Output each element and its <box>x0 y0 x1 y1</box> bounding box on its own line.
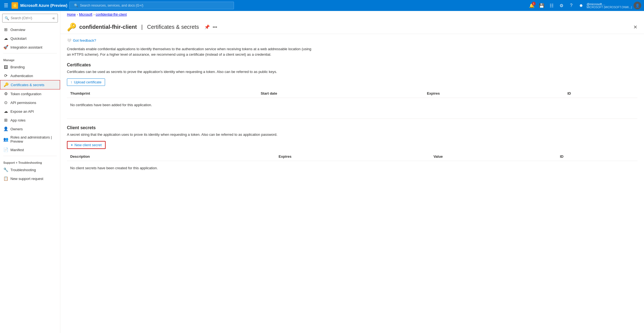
sidebar-item-label: API permissions <box>10 101 36 105</box>
cloud-shell-icon[interactable]: 💾 <box>537 1 546 10</box>
app-title: Microsoft Azure (Preview) <box>20 3 67 8</box>
more-options-icon[interactable]: ••• <box>213 25 217 30</box>
user-avatar: 👤 <box>634 2 641 9</box>
close-icon[interactable]: ✕ <box>633 24 637 30</box>
col-start-date: Start date <box>257 89 423 98</box>
sidebar-item-app-roles[interactable]: ⊞ App roles <box>0 116 60 125</box>
sidebar-item-troubleshooting[interactable]: 🔧 Troubleshooting <box>0 165 60 174</box>
col-id-secret: ID <box>557 152 637 161</box>
manage-section-label: Manage <box>0 55 60 63</box>
manifest-icon: 📄 <box>3 147 8 152</box>
sidebar-item-label: Manifest <box>10 148 24 152</box>
global-search[interactable]: 🔍 Search resources, services, and docs (… <box>69 2 234 9</box>
page-header-title: confidential-fhir-client <box>79 24 137 30</box>
sidebar-item-manifest[interactable]: 📄 Manifest <box>0 145 60 154</box>
sidebar-item-label: Integration assistant <box>10 45 42 49</box>
plus-icon: + <box>71 143 73 147</box>
help-icon[interactable]: ? <box>567 1 576 10</box>
settings-icon[interactable]: ⚙ <box>557 1 566 10</box>
sidebar-item-label: Token configuration <box>10 92 41 96</box>
breadcrumb-sep1: › <box>77 13 78 16</box>
quickstart-icon: ☁ <box>3 36 8 41</box>
sidebar-item-new-support[interactable]: 📋 New support request <box>0 174 60 183</box>
breadcrumb-microsoft[interactable]: Microsoft <box>79 13 92 16</box>
new-client-secret-button[interactable]: + New client secret <box>67 141 106 149</box>
new-support-icon: 📋 <box>3 176 8 181</box>
sidebar-search-input[interactable] <box>11 16 50 20</box>
app-body: 🔍 « ⊞ Overview ☁ Quickstart 🚀 Integratio… <box>0 11 644 333</box>
breadcrumb-home[interactable]: Home <box>67 13 76 16</box>
expose-api-icon: ☁ <box>3 109 8 114</box>
client-secrets-title: Client secrets <box>67 125 637 130</box>
certificates-title: Certificates <box>67 63 637 67</box>
support-section-label: Support + Troubleshooting <box>0 158 60 165</box>
pin-icon[interactable]: 📌 <box>204 24 210 30</box>
user-tenant: MICROSOFT (MICROSOFT.ONMI...) <box>587 6 632 9</box>
sidebar-item-quickstart[interactable]: ☁ Quickstart <box>0 34 60 43</box>
upload-icon: ↑ <box>70 80 72 84</box>
sidebar-item-token[interactable]: ⚙ Token configuration <box>0 89 60 98</box>
sidebar-item-certificates[interactable]: 🔑 Certificates & secrets <box>0 80 60 89</box>
sidebar-item-label: Troubleshooting <box>10 168 36 172</box>
col-expires-secret: Expires <box>275 152 430 161</box>
page-header: 🔑 confidential-fhir-client | Certificate… <box>60 18 644 34</box>
main-content: Home › Microsoft › confidential-fhir-cli… <box>60 11 644 333</box>
sidebar-item-authentication[interactable]: ⟳ Authentication <box>0 71 60 80</box>
app-roles-icon: ⊞ <box>3 118 8 123</box>
sidebar-item-integration[interactable]: 🚀 Integration assistant <box>0 43 60 52</box>
sidebar-search-icon: 🔍 <box>5 16 9 20</box>
notifications-icon[interactable]: 🔔 1 <box>527 1 536 10</box>
notification-badge: 1 <box>532 2 536 5</box>
certificates-description: Certificates can be used as secrets to p… <box>67 69 314 75</box>
portal-menu-icon[interactable]: ☷ <box>547 1 556 10</box>
search-placeholder: Search resources, services, and docs (G+… <box>80 4 143 7</box>
sidebar-item-label: Quickstart <box>10 36 27 41</box>
section-divider <box>67 118 637 119</box>
sidebar-item-label: Owners <box>10 127 23 131</box>
sidebar-item-label: Expose an API <box>10 109 34 114</box>
sidebar-item-label: Certificates & secrets <box>11 83 44 87</box>
roles-admin-icon: 👥 <box>3 137 8 142</box>
col-value: Value <box>430 152 557 161</box>
client-secrets-description: A secret string that the application use… <box>67 132 314 137</box>
topbar-icons: 🔔 1 💾 ☷ ⚙ ? ☻ @microsoft.... MICROSOFT (… <box>527 1 641 10</box>
sidebar-item-roles-admin[interactable]: 👥 Roles and administrators | Preview <box>0 133 60 145</box>
sidebar-item-overview[interactable]: ⊞ Overview <box>0 25 60 34</box>
sidebar-item-owners[interactable]: 👤 Owners <box>0 125 60 133</box>
topbar: ☰ 🌟 Microsoft Azure (Preview) 🔍 Search r… <box>0 0 644 11</box>
sidebar-search-container[interactable]: 🔍 « <box>2 14 58 22</box>
heart-icon: 🤍 <box>67 38 71 43</box>
sidebar-item-label: App roles <box>10 118 26 122</box>
col-id-cert: ID <box>564 89 637 98</box>
client-secrets-table: Description Expires Value ID No client s… <box>67 152 637 175</box>
user-email: @microsoft.... <box>587 2 632 6</box>
sidebar-item-label: Branding <box>10 65 25 69</box>
no-certificates-text: No certificates have been added for this… <box>70 100 634 110</box>
feedback-icon[interactable]: ☻ <box>577 1 586 10</box>
page-header-subtitle: Certificates & secrets <box>147 24 199 30</box>
col-description: Description <box>67 152 275 161</box>
sidebar-item-expose-api[interactable]: ☁ Expose an API <box>0 107 60 116</box>
page-header-icon: 🔑 <box>67 22 77 32</box>
col-thumbprint: Thumbprint <box>67 89 257 98</box>
owners-icon: 👤 <box>3 126 8 131</box>
token-icon: ⚙ <box>3 91 8 96</box>
support-divider <box>3 156 57 156</box>
new-client-secret-label: New client secret <box>75 143 102 147</box>
feedback-row[interactable]: 🤍 Got feedback? <box>67 38 637 43</box>
azure-logo: 🌟 <box>12 2 18 9</box>
sidebar-item-label: Overview <box>10 28 25 32</box>
sidebar-item-label: New support request <box>10 177 43 181</box>
sidebar-item-api-permissions[interactable]: ⊙ API permissions <box>0 98 60 107</box>
authentication-icon: ⟳ <box>3 73 8 78</box>
search-icon: 🔍 <box>74 4 78 7</box>
integration-icon: 🚀 <box>3 45 8 50</box>
sidebar-item-branding[interactable]: 🖼 Branding <box>0 63 60 71</box>
certificates-icon: 🔑 <box>4 82 9 87</box>
sidebar-collapse-icon[interactable]: « <box>52 15 55 21</box>
user-menu[interactable]: @microsoft.... MICROSOFT (MICROSOFT.ONMI… <box>587 2 641 9</box>
upload-certificate-button[interactable]: ↑ Upload certificate <box>67 78 105 86</box>
hamburger-menu[interactable]: ☰ <box>3 1 9 10</box>
sidebar: 🔍 « ⊞ Overview ☁ Quickstart 🚀 Integratio… <box>0 11 60 333</box>
breadcrumb-app[interactable]: confidential-fhir-client <box>96 13 127 16</box>
